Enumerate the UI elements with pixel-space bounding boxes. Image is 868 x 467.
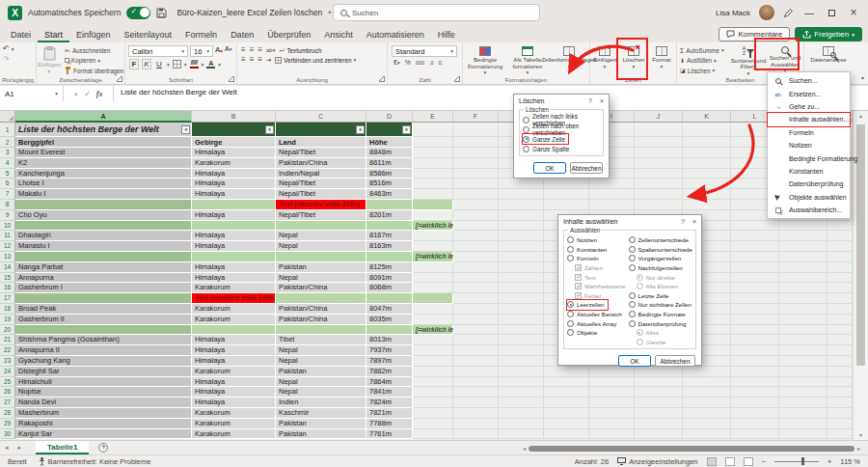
- font-dialog-launcher-icon[interactable]: [229, 76, 234, 82]
- row-header-27[interactable]: 27: [0, 398, 15, 408]
- cell-A1[interactable]: Liste der höchsten Berge der Welt: [15, 123, 192, 137]
- cell-M18[interactable]: [779, 304, 827, 315]
- cell-B4[interactable]: Karakorum: [192, 158, 276, 169]
- cell-L13[interactable]: [731, 252, 779, 262]
- cell-K6[interactable]: [683, 179, 731, 189]
- bold-button[interactable]: F: [129, 59, 139, 69]
- formula-input[interactable]: Liste der höchsten Berge der Welt: [114, 86, 868, 110]
- cell-L20[interactable]: [731, 325, 779, 336]
- cell-G9[interactable]: [499, 210, 544, 221]
- cell-N20[interactable]: [827, 325, 853, 336]
- undo-button[interactable]: ↶▾: [0, 44, 36, 55]
- filter-button[interactable]: [265, 125, 274, 134]
- cell-B12[interactable]: Himalaya: [192, 241, 276, 252]
- radio-zellenunterschiede[interactable]: Zellenunterschiede: [629, 235, 692, 245]
- cell-M19[interactable]: [779, 315, 827, 325]
- cell-F7[interactable]: [453, 189, 499, 200]
- cell-C17[interactable]: [276, 293, 366, 304]
- checkbox-fehler[interactable]: Fehler: [575, 291, 629, 301]
- cancel-button[interactable]: Abbrechen: [570, 162, 603, 174]
- tab-seitenlayout[interactable]: Seitenlayout: [118, 28, 179, 42]
- cell-A28[interactable]: Masherbrum: [15, 408, 192, 419]
- radio-zellen-nach-oben-verschieben[interactable]: Zellen nach oben verschieben: [523, 124, 600, 134]
- alignment-dialog-launcher-icon[interactable]: [379, 76, 385, 82]
- merge-center-button[interactable]: Verbinden und zentrieren▾: [275, 57, 356, 64]
- name-box[interactable]: A1▾: [0, 86, 64, 101]
- cell-G30[interactable]: [499, 429, 544, 440]
- col-header-E[interactable]: E: [413, 111, 453, 123]
- cell-A4[interactable]: K2: [15, 158, 192, 169]
- radio-leerzellen[interactable]: Leerzellen: [567, 300, 608, 310]
- cell-E20[interactable]: [=wirklich leer]: [413, 325, 453, 336]
- cell-E23[interactable]: [413, 356, 453, 367]
- sheet-tab[interactable]: Tabelle1: [36, 441, 89, 454]
- cell-D2[interactable]: Höhe: [366, 137, 413, 148]
- cell-C4[interactable]: Pakistan/China: [276, 158, 366, 169]
- cell-L10[interactable]: [731, 221, 779, 232]
- cell-A20[interactable]: [15, 325, 192, 336]
- tab-ansicht[interactable]: Ansicht: [317, 28, 360, 42]
- row-header-24[interactable]: 24: [0, 367, 15, 377]
- cell-B17[interactable]: Test (einzelne volle Zelle): [192, 293, 276, 304]
- cell-E26[interactable]: [413, 387, 453, 398]
- cell-E24[interactable]: [413, 367, 453, 377]
- cell-A29[interactable]: Rakaposhi: [15, 419, 192, 429]
- add-sheet-icon[interactable]: [98, 443, 108, 453]
- cell-A23[interactable]: Gyachung Kang: [15, 356, 192, 367]
- cell-A26[interactable]: Nuptse: [15, 387, 192, 398]
- row-header-22[interactable]: 22: [0, 345, 15, 356]
- number-dialog-launcher-icon[interactable]: [454, 76, 460, 82]
- cell-C22[interactable]: Nepal: [276, 345, 366, 356]
- row-header-30[interactable]: 30: [0, 429, 15, 440]
- cell-M30[interactable]: [779, 429, 827, 440]
- cell-A13[interactable]: [15, 252, 192, 262]
- cell-C6[interactable]: Nepal/Tibet: [276, 179, 366, 189]
- cell-D11[interactable]: 8167m: [366, 231, 413, 241]
- row-header-13[interactable]: 13: [0, 252, 15, 262]
- cell-J2[interactable]: [635, 137, 683, 148]
- cell-M15[interactable]: [779, 273, 827, 284]
- cell-B29[interactable]: Karakorum: [192, 419, 276, 429]
- cell-F21[interactable]: [453, 335, 499, 345]
- cell-B24[interactable]: Karakorum: [192, 367, 276, 377]
- cell-F20[interactable]: [453, 325, 499, 336]
- cell-I30[interactable]: [589, 429, 635, 440]
- cell-A6[interactable]: Lhotse I: [15, 179, 192, 189]
- cell-E25[interactable]: [413, 377, 453, 388]
- cell-F26[interactable]: [453, 387, 499, 398]
- cell-B22[interactable]: Himalaya: [192, 345, 276, 356]
- cell-F9[interactable]: [453, 210, 499, 221]
- cell-H28[interactable]: [544, 408, 589, 419]
- radio-letzte-zelle[interactable]: Letzte Zelle: [629, 291, 692, 301]
- cell-G24[interactable]: [499, 367, 544, 377]
- menu-item-objekte-ausw-hlen[interactable]: Objekte auswählen: [768, 191, 850, 204]
- sheet-nav-left-icon[interactable]: ◂: [0, 444, 14, 452]
- cell-D29[interactable]: 7788m: [366, 419, 413, 429]
- clipboard-dialog-launcher-icon[interactable]: [117, 76, 122, 82]
- cell-N10[interactable]: [827, 221, 853, 232]
- font-name-select[interactable]: Calibri▾: [128, 45, 188, 57]
- user-name[interactable]: Lisa Mack: [716, 9, 750, 17]
- col-header-C[interactable]: C: [276, 111, 366, 123]
- cell-D7[interactable]: 8463m: [366, 189, 413, 200]
- menu-item-notizen[interactable]: Notizen: [768, 139, 850, 151]
- cell-M22[interactable]: [779, 345, 827, 356]
- cell-D9[interactable]: 8201m: [366, 210, 413, 221]
- cell-B21[interactable]: Himalaya: [192, 335, 276, 345]
- cell-J27[interactable]: [635, 398, 683, 408]
- cell-F13[interactable]: [453, 252, 499, 262]
- row-header-7[interactable]: 7: [0, 189, 15, 200]
- cell-E4[interactable]: [413, 158, 453, 169]
- cell-H27[interactable]: [544, 398, 589, 408]
- cell-E3[interactable]: [413, 148, 453, 158]
- collapse-ribbon-icon[interactable]: ▾: [861, 74, 864, 81]
- cell-N30[interactable]: [827, 429, 853, 440]
- row-header-14[interactable]: 14: [0, 262, 15, 273]
- tab-formeln[interactable]: Formeln: [178, 28, 224, 42]
- cell-C2[interactable]: Land: [276, 137, 366, 148]
- cell-G20[interactable]: [499, 325, 544, 336]
- zoom-slider-thumb[interactable]: [801, 457, 804, 465]
- cell-H30[interactable]: [544, 429, 589, 440]
- cell-B14[interactable]: Himalaya: [192, 262, 276, 273]
- cell-M25[interactable]: [779, 377, 827, 388]
